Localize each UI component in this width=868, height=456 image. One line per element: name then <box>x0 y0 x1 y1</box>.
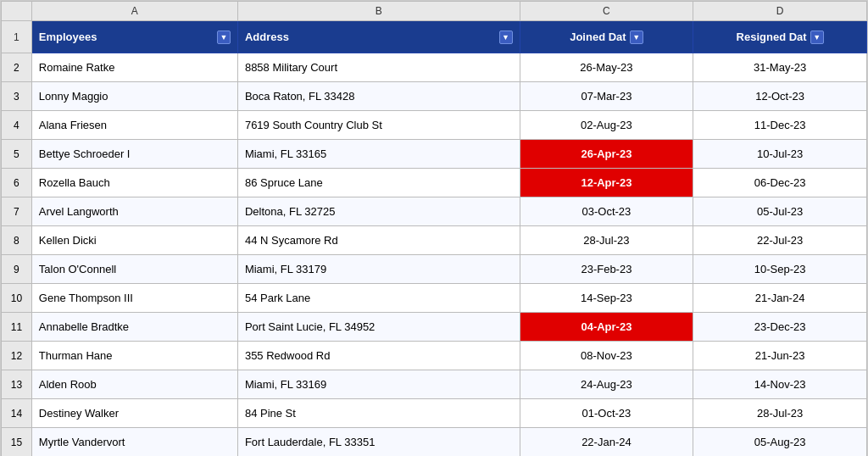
cell-address[interactable]: Deltona, FL 32725 <box>237 197 520 226</box>
cell-address[interactable]: Miami, FL 33179 <box>237 255 520 284</box>
cell-address[interactable]: 44 N Sycamore Rd <box>237 226 520 255</box>
cell-joined-date[interactable]: 22-Jan-24 <box>520 428 693 457</box>
cell-address[interactable]: 355 Redwood Rd <box>237 342 520 370</box>
cell-joined-date[interactable]: 02-Aug-23 <box>520 111 693 140</box>
cell-joined-date[interactable]: 28-Jul-23 <box>520 226 693 255</box>
table-row: 6Rozella Bauch86 Spruce Lane12-Apr-2306-… <box>2 169 867 197</box>
cell-resigned-date[interactable]: 11-Dec-23 <box>693 111 867 140</box>
cell-employee[interactable]: Myrtle Vandervort <box>31 428 237 457</box>
cell-resigned-date[interactable]: 14-Nov-23 <box>693 370 867 399</box>
table-row: 12Thurman Hane355 Redwood Rd08-Nov-2321-… <box>2 342 867 370</box>
table-row: 9Talon O'ConnellMiami, FL 3317923-Feb-23… <box>2 255 867 284</box>
cell-address[interactable]: 86 Spruce Lane <box>237 169 520 197</box>
spreadsheet: A B C D 1 Employees ▼ Address ▼ <box>0 0 868 456</box>
table-row: 13Alden RoobMiami, FL 3316924-Aug-2314-N… <box>2 370 867 399</box>
cell-address[interactable]: Port Saint Lucie, FL 34952 <box>237 313 520 342</box>
row-4-num: 4 <box>2 111 32 140</box>
joined-date-label: Joined Dat <box>570 31 626 43</box>
cell-address[interactable]: Fort Lauderdale, FL 33351 <box>237 428 520 457</box>
cell-employee[interactable]: Lonny Maggio <box>31 82 237 111</box>
col-letter-row: A B C D <box>2 2 867 21</box>
cell-joined-date[interactable]: 24-Aug-23 <box>520 370 693 399</box>
joined-date-filter-btn[interactable]: ▼ <box>630 31 643 44</box>
data-header-row: 1 Employees ▼ Address ▼ Joined Dat <box>2 21 867 53</box>
cell-employee[interactable]: Alden Roob <box>31 370 237 399</box>
cell-resigned-date[interactable]: 21-Jan-24 <box>693 284 867 313</box>
cell-address[interactable]: 8858 Military Court <box>237 53 520 82</box>
cell-employee[interactable]: Arvel Langworth <box>31 197 237 226</box>
cell-address[interactable]: Miami, FL 33165 <box>237 140 520 169</box>
cell-resigned-date[interactable]: 05-Jul-23 <box>693 197 867 226</box>
table-row: 11Annabelle BradtkePort Saint Lucie, FL … <box>2 313 867 342</box>
employees-header[interactable]: Employees ▼ <box>31 21 237 53</box>
cell-employee[interactable]: Rozella Bauch <box>31 169 237 197</box>
row-9-num: 9 <box>2 255 32 284</box>
table-row: 5Bettye Schroeder IMiami, FL 3316526-Apr… <box>2 140 867 169</box>
row-5-num: 5 <box>2 140 32 169</box>
cell-joined-date[interactable]: 26-Apr-23 <box>520 140 693 169</box>
cell-resigned-date[interactable]: 21-Jun-23 <box>693 342 867 370</box>
resigned-date-filter-btn[interactable]: ▼ <box>810 31 824 44</box>
cell-employee[interactable]: Destiney Walker <box>31 399 237 428</box>
cell-joined-date[interactable]: 07-Mar-23 <box>520 82 693 111</box>
cell-joined-date[interactable]: 14-Sep-23 <box>520 284 693 313</box>
row-8-num: 8 <box>2 226 32 255</box>
cell-address[interactable]: 84 Pine St <box>237 399 520 428</box>
cell-employee[interactable]: Gene Thompson III <box>31 284 237 313</box>
cell-resigned-date[interactable]: 22-Jul-23 <box>693 226 867 255</box>
cell-employee[interactable]: Talon O'Connell <box>31 255 237 284</box>
cell-employee[interactable]: Alana Friesen <box>31 111 237 140</box>
row-10-num: 10 <box>2 284 32 313</box>
row-15-num: 15 <box>2 428 32 457</box>
cell-resigned-date[interactable]: 10-Sep-23 <box>693 255 867 284</box>
cell-address[interactable]: Miami, FL 33169 <box>237 370 520 399</box>
cell-resigned-date[interactable]: 06-Dec-23 <box>693 169 867 197</box>
joined-date-header[interactable]: Joined Dat ▼ <box>520 21 693 53</box>
col-a-header: A <box>31 2 237 21</box>
cell-joined-date[interactable]: 12-Apr-23 <box>520 169 693 197</box>
cell-resigned-date[interactable]: 28-Jul-23 <box>693 399 867 428</box>
table-row: 2Romaine Ratke8858 Military Court26-May-… <box>2 53 867 82</box>
employees-label: Employees <box>39 31 97 43</box>
table-row: 14Destiney Walker84 Pine St01-Oct-2328-J… <box>2 399 867 428</box>
row-13-num: 13 <box>2 370 32 399</box>
resigned-date-header[interactable]: Resigned Dat ▼ <box>693 21 867 53</box>
col-d-header: D <box>693 2 867 21</box>
cell-joined-date[interactable]: 01-Oct-23 <box>520 399 693 428</box>
cell-resigned-date[interactable]: 31-May-23 <box>693 53 867 82</box>
address-header[interactable]: Address ▼ <box>237 21 520 53</box>
cell-resigned-date[interactable]: 10-Jul-23 <box>693 140 867 169</box>
table-row: 15Myrtle VandervortFort Lauderdale, FL 3… <box>2 428 867 457</box>
cell-employee[interactable]: Annabelle Bradtke <box>31 313 237 342</box>
row-1-num: 1 <box>2 21 32 53</box>
cell-joined-date[interactable]: 04-Apr-23 <box>520 313 693 342</box>
corner-cell <box>2 2 32 21</box>
cell-joined-date[interactable]: 08-Nov-23 <box>520 342 693 370</box>
employees-filter-btn[interactable]: ▼ <box>217 31 231 44</box>
cell-joined-date[interactable]: 26-May-23 <box>520 53 693 82</box>
col-c-header: C <box>520 2 693 21</box>
cell-resigned-date[interactable]: 05-Aug-23 <box>693 428 867 457</box>
cell-employee[interactable]: Romaine Ratke <box>31 53 237 82</box>
row-11-num: 11 <box>2 313 32 342</box>
cell-address[interactable]: 54 Park Lane <box>237 284 520 313</box>
cell-resigned-date[interactable]: 23-Dec-23 <box>693 313 867 342</box>
cell-address[interactable]: Boca Raton, FL 33428 <box>237 82 520 111</box>
row-14-num: 14 <box>2 399 32 428</box>
address-label: Address <box>245 31 289 43</box>
row-7-num: 7 <box>2 197 32 226</box>
row-12-num: 12 <box>2 342 32 370</box>
cell-resigned-date[interactable]: 12-Oct-23 <box>693 82 867 111</box>
cell-employee[interactable]: Kellen Dicki <box>31 226 237 255</box>
table-row: 4Alana Friesen7619 South Country Club St… <box>2 111 867 140</box>
col-b-header: B <box>237 2 520 21</box>
cell-joined-date[interactable]: 23-Feb-23 <box>520 255 693 284</box>
row-3-num: 3 <box>2 82 32 111</box>
cell-address[interactable]: 7619 South Country Club St <box>237 111 520 140</box>
table-row: 8Kellen Dicki44 N Sycamore Rd28-Jul-2322… <box>2 226 867 255</box>
cell-employee[interactable]: Bettye Schroeder I <box>31 140 237 169</box>
cell-employee[interactable]: Thurman Hane <box>31 342 237 370</box>
cell-joined-date[interactable]: 03-Oct-23 <box>520 197 693 226</box>
table-row: 10Gene Thompson III54 Park Lane14-Sep-23… <box>2 284 867 313</box>
address-filter-btn[interactable]: ▼ <box>499 31 513 44</box>
